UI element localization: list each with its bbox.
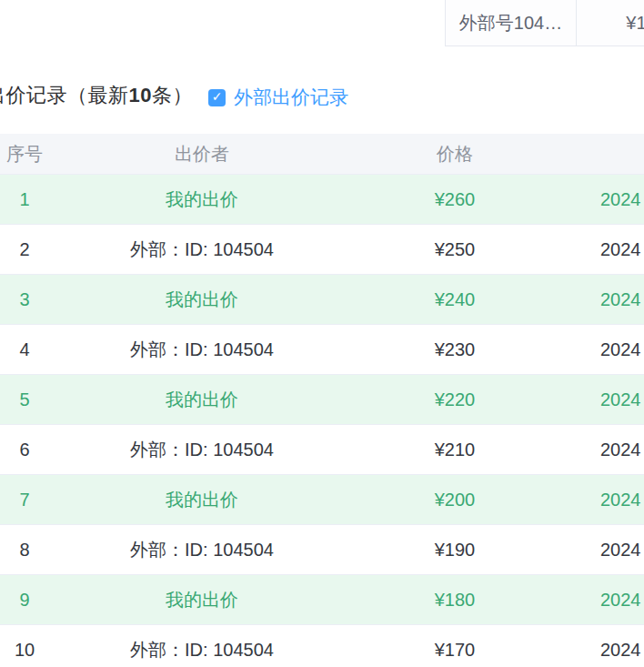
cell-price: ¥200 — [309, 490, 600, 510]
cell-index: 4 — [0, 339, 95, 360]
cell-index: 9 — [0, 590, 95, 611]
table-row[interactable]: 4 外部：ID: 104504 ¥230 2024 — [0, 324, 644, 374]
cell-price: ¥230 — [309, 339, 600, 360]
checkbox-checked-icon[interactable]: ✓ — [208, 89, 226, 106]
cell-index: 3 — [0, 289, 95, 310]
bid-table: 序号 出价者 价格 1 我的出价 ¥260 2024 2 外部：ID: 1045… — [0, 134, 644, 667]
cell-bidder: 我的出价 — [95, 388, 309, 412]
table-row[interactable]: 6 外部：ID: 104504 ¥210 2024 — [0, 424, 644, 474]
external-bid-summary: 外部号104… ¥19 — [445, 0, 644, 46]
cell-time: 2024 — [600, 590, 644, 611]
cell-time: 2024 — [600, 339, 644, 360]
cell-index: 10 — [0, 640, 95, 661]
section-title-count: 10 — [129, 84, 152, 106]
cell-bidder: 我的出价 — [95, 187, 309, 212]
external-bids-filter[interactable]: ✓ 外部出价记录 — [208, 85, 348, 110]
cell-time: 2024 — [600, 239, 644, 260]
cell-bidder: 外部：ID: 104504 — [95, 338, 309, 362]
cell-bidder: 我的出价 — [95, 588, 309, 612]
cell-index: 1 — [0, 189, 95, 210]
table-row[interactable]: 10 外部：ID: 104504 ¥170 2024 — [0, 624, 644, 667]
table-row[interactable]: 5 我的出价 ¥220 2024 — [0, 374, 644, 424]
cell-time: 2024 — [600, 289, 644, 310]
section-title-prefix: 出价记录（最新 — [0, 84, 129, 106]
cell-price: ¥190 — [309, 540, 600, 561]
cell-time: 2024 — [600, 389, 644, 410]
table-row[interactable]: 7 我的出价 ¥200 2024 — [0, 474, 644, 524]
cell-price: ¥260 — [309, 189, 600, 210]
header-index: 序号 — [0, 142, 95, 167]
cell-time: 2024 — [600, 640, 644, 661]
summary-account-cell: 外部号104… — [446, 0, 576, 45]
cell-index: 7 — [0, 490, 95, 510]
cell-index: 6 — [0, 440, 95, 460]
cell-price: ¥220 — [309, 389, 600, 410]
cell-price: ¥170 — [309, 640, 600, 661]
cell-time: 2024 — [600, 540, 644, 561]
cell-time: 2024 — [600, 490, 644, 510]
table-row[interactable]: 3 我的出价 ¥240 2024 — [0, 274, 644, 324]
cell-price: ¥180 — [309, 590, 600, 611]
cell-price: ¥210 — [309, 440, 600, 460]
table-row[interactable]: 1 我的出价 ¥260 2024 — [0, 174, 644, 224]
cell-bidder: 外部：ID: 104504 — [95, 438, 309, 462]
table-body: 1 我的出价 ¥260 2024 2 外部：ID: 104504 ¥250 20… — [0, 174, 644, 667]
cell-price: ¥250 — [309, 239, 600, 260]
table-row[interactable]: 8 外部：ID: 104504 ¥190 2024 — [0, 524, 644, 574]
cell-index: 5 — [0, 389, 95, 410]
cell-price: ¥240 — [309, 289, 600, 310]
filter-label[interactable]: 外部出价记录 — [234, 85, 348, 110]
header-price: 价格 — [309, 142, 600, 167]
cell-time: 2024 — [600, 440, 644, 460]
cell-index: 2 — [0, 239, 95, 260]
cell-bidder: 外部：ID: 104504 — [95, 237, 309, 262]
table-row[interactable]: 2 外部：ID: 104504 ¥250 2024 — [0, 224, 644, 274]
bid-records-page: 外部号104… ¥19 出价记录（最新10条） ✓ 外部出价记录 序号 出价者 … — [0, 0, 644, 667]
header-bidder: 出价者 — [95, 142, 309, 167]
cell-bidder: 我的出价 — [95, 288, 309, 312]
table-header-row: 序号 出价者 价格 — [0, 134, 644, 174]
check-icon: ✓ — [212, 90, 223, 103]
cell-bidder: 我的出价 — [95, 488, 309, 512]
table-row[interactable]: 9 我的出价 ¥180 2024 — [0, 574, 644, 624]
cell-bidder: 外部：ID: 104504 — [95, 538, 309, 562]
summary-price-cell: ¥19 — [576, 0, 644, 45]
cell-bidder: 外部：ID: 104504 — [95, 638, 309, 662]
section-title: 出价记录（最新10条） — [0, 82, 193, 109]
section-title-suffix: 条） — [152, 84, 193, 106]
cell-time: 2024 — [600, 189, 644, 210]
cell-index: 8 — [0, 540, 95, 561]
